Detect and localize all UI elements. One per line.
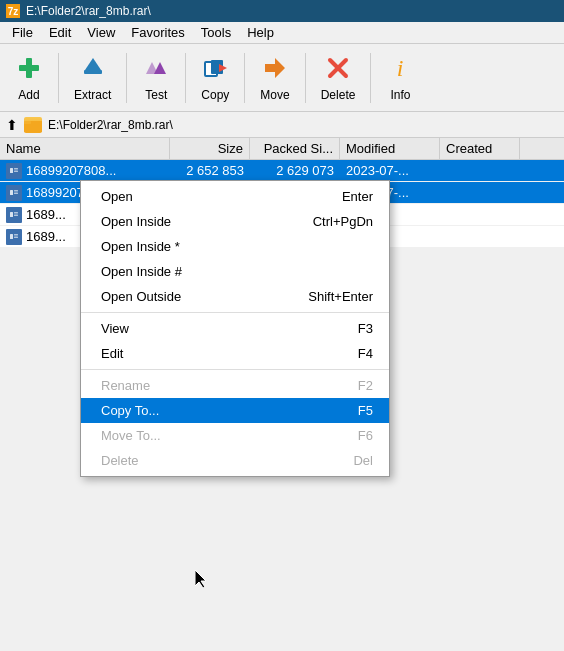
ctx-item-label: Rename: [101, 378, 150, 393]
file-name-text: 1689...: [26, 229, 66, 244]
back-icon[interactable]: ⬆: [6, 117, 18, 133]
ctx-item-open-inside[interactable]: Open InsideCtrl+PgDn: [81, 209, 389, 234]
file-name-text: 1689...: [26, 207, 66, 222]
toolbar-btn-info[interactable]: iInfo: [377, 49, 423, 107]
svg-rect-29: [10, 234, 13, 239]
svg-rect-2: [84, 70, 102, 74]
context-menu: OpenEnterOpen InsideCtrl+PgDnOpen Inside…: [80, 180, 390, 477]
file-created-cell: [440, 235, 520, 239]
ctx-item-label: Edit: [101, 346, 123, 361]
rar-file-icon: [6, 185, 22, 201]
ctx-item-label: Move To...: [101, 428, 161, 443]
file-modified-cell: 2023-07-...: [340, 161, 440, 180]
svg-rect-26: [14, 212, 18, 214]
file-row[interactable]: 16899207808...2 652 8532 629 0732023-07-…: [0, 160, 564, 182]
app-icon: 7z: [6, 4, 20, 18]
toolbar-btn-extract[interactable]: Extract: [65, 49, 120, 107]
ctx-item-rename: RenameF2: [81, 373, 389, 398]
test-icon: [142, 54, 170, 86]
svg-rect-21: [10, 190, 13, 195]
ctx-item-copy-to[interactable]: Copy To...F5: [81, 398, 389, 423]
title-bar: 7z E:\Folder2\rar_8mb.rar\: [0, 0, 564, 22]
ctx-item-label: Delete: [101, 453, 139, 468]
col-header-name[interactable]: Name: [0, 138, 170, 159]
svg-marker-9: [265, 58, 285, 78]
file-created-cell: [440, 169, 520, 173]
col-header-modified[interactable]: Modified: [340, 138, 440, 159]
col-header-created[interactable]: Created: [440, 138, 520, 159]
menu-item-favorites[interactable]: Favorites: [123, 23, 192, 42]
ctx-item-open-inside-star[interactable]: Open Inside *: [81, 234, 389, 259]
col-header-size[interactable]: Size: [170, 138, 250, 159]
rar-file-icon: [6, 207, 22, 223]
ctx-item-view[interactable]: ViewF3: [81, 316, 389, 341]
toolbar-btn-label-info: Info: [390, 88, 410, 102]
file-list-header: Name Size Packed Si... Modified Created: [0, 138, 564, 160]
ctx-item-label: Open Inside *: [101, 239, 180, 254]
ctx-item-label: Open Inside: [101, 214, 171, 229]
menu-item-tools[interactable]: Tools: [193, 23, 239, 42]
toolbar-separator: [185, 53, 186, 103]
menu-item-edit[interactable]: Edit: [41, 23, 79, 42]
toolbar-btn-add[interactable]: Add: [6, 49, 52, 107]
ctx-item-edit[interactable]: EditF4: [81, 341, 389, 366]
svg-rect-25: [10, 212, 13, 217]
svg-rect-30: [14, 234, 18, 236]
toolbar-btn-label-test: Test: [145, 88, 167, 102]
toolbar-btn-label-copy: Copy: [201, 88, 229, 102]
svg-rect-22: [14, 190, 18, 192]
address-text: E:\Folder2\rar_8mb.rar\: [48, 118, 173, 132]
toolbar-btn-label-extract: Extract: [74, 88, 111, 102]
ctx-separator: [81, 369, 389, 370]
toolbar-btn-delete[interactable]: Delete: [312, 49, 365, 107]
toolbar-btn-label-add: Add: [18, 88, 39, 102]
ctx-item-shortcut: F5: [358, 403, 373, 418]
copy-icon: [201, 54, 229, 86]
toolbar-btn-move[interactable]: Move: [251, 49, 298, 107]
ctx-item-shortcut: Del: [353, 453, 373, 468]
svg-rect-27: [14, 214, 18, 216]
ctx-item-label: Open: [101, 189, 133, 204]
cursor: [195, 570, 209, 588]
ctx-item-shortcut: Shift+Enter: [308, 289, 373, 304]
title-text: E:\Folder2\rar_8mb.rar\: [26, 4, 151, 18]
move-icon: [261, 54, 289, 86]
ctx-item-open-outside[interactable]: Open OutsideShift+Enter: [81, 284, 389, 309]
menu-item-view[interactable]: View: [79, 23, 123, 42]
menu-item-help[interactable]: Help: [239, 23, 282, 42]
ctx-item-shortcut: F2: [358, 378, 373, 393]
ctx-item-shortcut: F6: [358, 428, 373, 443]
col-header-packed[interactable]: Packed Si...: [250, 138, 340, 159]
menu-item-file[interactable]: File: [4, 23, 41, 42]
ctx-item-label: Open Inside #: [101, 264, 182, 279]
address-bar: ⬆ E:\Folder2\rar_8mb.rar\: [0, 112, 564, 138]
toolbar-btn-label-delete: Delete: [321, 88, 356, 102]
ctx-item-label: Copy To...: [101, 403, 159, 418]
svg-rect-18: [14, 168, 18, 170]
toolbar-separator: [370, 53, 371, 103]
ctx-item-shortcut: F4: [358, 346, 373, 361]
toolbar-separator: [58, 53, 59, 103]
toolbar-btn-test[interactable]: Test: [133, 49, 179, 107]
rar-file-icon: [6, 229, 22, 245]
svg-rect-1: [19, 65, 39, 71]
svg-rect-23: [14, 192, 18, 194]
ctx-item-move-to: Move To...F6: [81, 423, 389, 448]
file-name-cell: 16899207808...: [0, 161, 170, 181]
menu-bar: FileEditViewFavoritesToolsHelp: [0, 22, 564, 44]
extract-icon: [79, 54, 107, 86]
ctx-separator: [81, 312, 389, 313]
toolbar-btn-copy[interactable]: Copy: [192, 49, 238, 107]
file-packed-cell: 2 629 073: [250, 161, 340, 180]
ctx-item-label: View: [101, 321, 129, 336]
file-created-cell: [440, 191, 520, 195]
toolbar-btn-label-move: Move: [260, 88, 289, 102]
svg-rect-31: [14, 236, 18, 238]
svg-marker-5: [154, 62, 166, 74]
info-icon: i: [386, 54, 414, 86]
ctx-item-open[interactable]: OpenEnter: [81, 184, 389, 209]
ctx-item-delete: DeleteDel: [81, 448, 389, 473]
ctx-item-open-inside-hash[interactable]: Open Inside #: [81, 259, 389, 284]
svg-text:i: i: [397, 55, 404, 81]
toolbar-separator: [126, 53, 127, 103]
